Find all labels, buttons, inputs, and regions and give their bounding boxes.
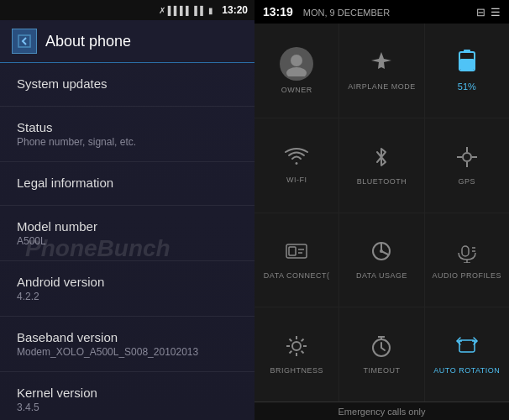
svg-rect-12: [289, 247, 296, 255]
signal-icon: ✗: [159, 6, 165, 15]
menu-list: System updates Status Phone number, sign…: [0, 63, 254, 420]
menu-item-system-updates[interactable]: System updates: [0, 63, 254, 107]
left-time: 13:20: [222, 4, 248, 16]
svg-rect-4: [464, 50, 470, 53]
list-icon: ☰: [491, 6, 501, 18]
svg-rect-5: [460, 59, 474, 70]
data-usage-icon: [370, 239, 393, 268]
right-time: 13:19: [263, 5, 293, 18]
tile-audio[interactable]: AUDIO PROFILES: [425, 213, 509, 307]
tile-gps[interactable]: GPS: [425, 118, 509, 213]
right-status-icons: ⊟ ☰: [476, 6, 501, 18]
menu-item-title: Baseband version: [17, 330, 238, 344]
audio-icon: [455, 239, 479, 268]
tile-bluetooth[interactable]: BLUETOOTH: [339, 118, 423, 213]
tile-airplane-label: AIRPLANE MODE: [348, 82, 416, 91]
menu-item-value: 4.2.2: [17, 291, 238, 302]
tile-brightness[interactable]: BRIGHTNESS: [254, 307, 338, 402]
svg-line-28: [302, 351, 304, 354]
timeout-icon: [370, 334, 393, 363]
left-header: About phone: [0, 20, 254, 63]
svg-rect-0: [18, 35, 30, 47]
menu-item-sub: Phone number, signal, etc.: [17, 136, 238, 148]
svg-point-22: [292, 342, 301, 350]
svg-line-27: [290, 339, 292, 342]
tile-data-connect-label: DATA CONNECT(: [264, 271, 330, 280]
tile-data-connect[interactable]: DATA CONNECT(: [254, 213, 338, 307]
tile-autorotate-label: AUTO ROTATION: [433, 366, 500, 375]
battery-value: 51%: [458, 81, 476, 92]
menu-item-baseband[interactable]: Baseband version Modem_XOLO_A500L_S008_2…: [0, 317, 254, 372]
menu-item-title: Kernel version: [17, 386, 238, 400]
tile-owner[interactable]: OWNER: [254, 24, 338, 118]
tile-battery[interactable]: 51%: [425, 24, 509, 118]
right-date: MON, 9 DECEMBER: [303, 8, 390, 18]
gps-icon: [455, 145, 479, 174]
tile-airplane[interactable]: AIRPLANE MODE: [339, 24, 423, 118]
brightness-icon: [285, 334, 308, 363]
quick-settings-grid: OWNER AIRPLANE MODE 51%: [254, 24, 509, 402]
data-connect-icon: [285, 239, 308, 268]
svg-point-1: [291, 55, 302, 66]
right-panel: 13:19 MON, 9 DECEMBER ⊟ ☰ OWNER: [254, 0, 509, 420]
menu-item-legal[interactable]: Legal information: [0, 162, 254, 206]
tile-timeout[interactable]: TIMEOUT: [339, 307, 423, 402]
emergency-bar: Emergency calls only: [254, 402, 509, 420]
svg-line-29: [302, 339, 304, 342]
bluetooth-icon: [373, 145, 390, 174]
sim-icon: ▌▌: [194, 6, 206, 15]
battery-icon: ▮: [208, 6, 213, 15]
wifi-icon: [285, 147, 308, 172]
autorotate-icon: [455, 334, 479, 363]
menu-item-status[interactable]: Status Phone number, signal, etc.: [0, 107, 254, 162]
svg-point-16: [380, 249, 383, 253]
menu-item-android[interactable]: Android version 4.2.2: [0, 261, 254, 317]
left-status-bar: ✗ ▌▌▌▌ ▌▌ ▮ 13:20: [0, 0, 254, 20]
network-icon: ▌▌▌▌: [168, 6, 192, 15]
menu-item-model[interactable]: Model number A500L: [0, 206, 254, 261]
menu-item-value: 3.4.5: [17, 402, 238, 413]
tile-timeout-label: TIMEOUT: [363, 366, 400, 375]
tile-data-usage[interactable]: DATA USAGE: [339, 213, 423, 307]
tile-bluetooth-label: BLUETOOTH: [357, 177, 407, 186]
back-icon[interactable]: [12, 29, 37, 54]
battery-tile-icon: [458, 50, 476, 78]
left-panel: ✗ ▌▌▌▌ ▌▌ ▮ 13:20 About phone System upd…: [0, 0, 254, 420]
menu-item-title: Status: [17, 120, 238, 134]
svg-point-6: [463, 153, 471, 161]
menu-item-title: Legal information: [17, 176, 238, 190]
tile-owner-label: OWNER: [281, 86, 312, 94]
page-title: About phone: [45, 33, 131, 50]
menu-item-title: System updates: [17, 76, 238, 91]
emergency-text: Emergency calls only: [338, 407, 426, 417]
equalizer-icon: ⊟: [476, 6, 485, 18]
tile-data-usage-label: DATA USAGE: [356, 271, 407, 280]
tile-wifi-label: WI-FI: [286, 176, 307, 184]
left-status-icons: ✗ ▌▌▌▌ ▌▌ ▮: [159, 6, 214, 15]
tile-brightness-label: BRIGHTNESS: [270, 366, 323, 375]
menu-item-title: Android version: [17, 275, 238, 289]
tile-wifi[interactable]: WI-FI: [254, 118, 338, 213]
svg-point-2: [286, 67, 307, 76]
svg-rect-17: [462, 246, 469, 256]
menu-item-value: A500L: [17, 235, 238, 247]
right-status-bar: 13:19 MON, 9 DECEMBER ⊟ ☰: [254, 0, 509, 24]
airplane-icon: [370, 50, 393, 79]
tile-gps-label: GPS: [459, 177, 476, 186]
tile-autorotate[interactable]: AUTO ROTATION: [425, 307, 509, 402]
owner-avatar: [280, 47, 313, 81]
menu-item-title: Model number: [17, 219, 238, 234]
tile-audio-label: AUDIO PROFILES: [433, 271, 502, 280]
svg-rect-34: [459, 340, 475, 352]
svg-line-30: [290, 351, 292, 354]
menu-item-value: Modem_XOLO_A500L_S008_20102013: [17, 346, 238, 358]
menu-item-kernel[interactable]: Kernel version 3.4.5: [0, 372, 254, 420]
